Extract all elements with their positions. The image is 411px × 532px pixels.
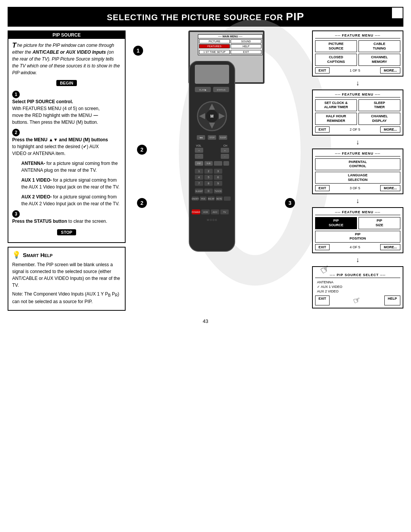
svg-text:CH: CH [223,144,227,147]
pip-option-antenna[interactable]: ANTENNA [317,280,400,284]
svg-text:FLAT▶: FLAT▶ [199,89,206,91]
left-column: PIP SOURCE The picture for the PIP windo… [8,30,126,311]
menu-item-picture-source[interactable]: PICTURESOURCE [315,40,357,52]
svg-text:◀◀: ◀◀ [199,136,202,139]
bulb-icon: 💡 [12,251,21,259]
svg-rect-32 [214,161,222,166]
tv-menu-features: FEATURES [199,44,230,48]
feature-menu-3-grid: PARENTALCONTROL LANGUAGESELECTION [315,158,400,184]
svg-text:PIP: PIP [197,162,201,165]
feature-menu-1-title: ── FEATURE MENU ── [315,34,400,38]
arrow-3: ↓ [312,197,403,204]
svg-text:ACC: ACC [213,211,218,213]
svg-text:M  O  D  E: M O D E [207,219,217,221]
feature-menu-2-more[interactable]: MORE... [380,126,400,133]
smart-help-label: Smart Help [23,252,53,258]
feature-menu-2-exit[interactable]: EXIT [315,126,330,133]
svg-text:SUB: SUB [207,162,211,165]
svg-text:SLEEP: SLEEP [195,190,202,192]
pip-source-select-box: ☞ ── PIP SOURCE SELECT ── ANTENNA AUX 1 … [312,266,403,308]
feature-menu-1-more[interactable]: MORE... [380,67,400,73]
feature-menu-1-page: 1 OF 5 [350,69,360,72]
right-column: ── FEATURE MENU ── PICTURESOURCE CABLETU… [312,30,403,311]
pip-select-exit[interactable]: EXIT [315,296,330,305]
svg-text:STATUS: STATUS [217,89,226,91]
menu-item-pip-size[interactable]: PIPSIZE [358,217,400,229]
arrow-2: ↓ [312,139,403,145]
menu-item-parental[interactable]: PARENTALCONTROL [315,158,400,170]
step-2-text: Press the MENU ▲▼ and MENU (M) buttons t… [12,136,111,157]
svg-text:MUTE: MUTE [217,198,222,200]
smart-help-para-2: Note: The Component Video Inputs (AUX 1 … [12,291,121,305]
svg-text:8: 8 [208,182,209,185]
step-2: 2 Press the MENU ▲▼ and MENU (M) buttons… [12,129,121,157]
tv-menu-sound: SOUND [231,39,261,43]
feature-menu-3: ── FEATURE MENU ── PARENTALCONTROL LANGU… [312,149,403,195]
step-overlay-2a: 2 [137,145,147,155]
feature-menu-4-title: ── FEATURE MENU ── [315,210,400,215]
menu-item-channel-memory[interactable]: CHANNELMEMORY [358,54,400,66]
menu-item-pip-source[interactable]: PIPSOURCE [315,217,357,229]
feature-menu-2: ── FEATURE MENU ── SET CLOCK &ALARM TIME… [312,89,403,136]
svg-text:9: 9 [217,182,219,185]
step-3-text: Press the STATUS button to clear the scr… [12,218,111,225]
feature-menu-3-bottom: EXIT 3 OF 5 MORE... [315,185,400,191]
feature-menu-4-more[interactable]: MORE... [380,244,400,250]
pip-source-select-list: ANTENNA AUX 1 VIDEO AUX 2 VIDEO [315,280,400,294]
svg-rect-1 [195,65,229,84]
feature-menu-3-title: ── FEATURE MENU ── [315,152,400,157]
pip-source-title: PIP SOURCE [8,31,125,39]
pip-option-aux1[interactable]: AUX 1 VIDEO [317,284,400,289]
tv-menu-1sttime: 1 ST TIME SETUP [199,50,230,54]
tv-menu-bottom: 1 ST TIME SETUP EXIT [198,49,262,55]
feature-menu-1-exit[interactable]: EXIT [315,67,330,73]
menu-item-half-hour[interactable]: HALF HOURREMINDER [315,113,357,125]
menu-item-pip-position[interactable]: PIPPOSITION [315,231,400,243]
svg-text:3: 3 [217,170,219,173]
hand-pointer-2: ☞ [352,294,362,306]
arrow-1: ↓ [312,80,403,86]
menu-item-sleep-timer[interactable]: SLEEPTIMER [358,99,400,111]
svg-text:M: M [210,114,213,118]
antenna-info: ANTENNA- for a picture signal coming fro… [21,160,121,174]
svg-text:TV: TV [223,211,226,213]
pip-source-box: PIP SOURCE The picture for the PIP windo… [8,30,126,243]
feature-menu-1-bottom: EXIT 1 OF 5 MORE... [315,67,400,73]
svg-rect-33 [223,161,229,166]
pip-option-aux2[interactable]: AUX 2 VIDEO [317,289,400,294]
feature-menu-4-exit[interactable]: EXIT [315,244,330,250]
svg-text:1: 1 [198,170,200,173]
remote-control: FLAT▶ STATUS M [178,61,246,264]
svg-text:VCR: VCR [203,211,208,213]
svg-text:7: 7 [198,182,200,185]
tv-menu-picture: PICTURE [199,39,230,43]
tv-menu-exit: EXIT [231,50,261,54]
begin-badge: BEGIN [56,80,77,86]
svg-text:POWER: POWER [192,211,201,213]
menu-item-set-clock[interactable]: SET CLOCK &ALARM TIMER [315,99,357,111]
feature-menu-3-page: 3 OF 5 [350,186,360,190]
tv-menu-title: ── MAIN MENU ── [198,35,262,38]
svg-text:+: + [224,149,226,152]
feature-menu-3-more[interactable]: MORE... [380,185,400,191]
menu-item-channel-display[interactable]: CHANNELDISPLAY [358,113,400,125]
feature-menu-4-grid: PIPSOURCE PIPSIZE PIPPOSITION [315,217,400,243]
svg-text:2: 2 [208,170,209,173]
step-2-num: 2 [12,129,20,136]
feature-menu-3-exit[interactable]: EXIT [315,185,330,191]
feature-menu-2-page: 2 OF 5 [350,128,360,131]
smart-help-para-1: Remember. The PIP screen will be blank u… [12,261,121,289]
page-number: 43 [0,315,411,326]
feature-menu-1-grid: PICTURESOURCE CABLETUNING CLOSEDCAPTIONS… [315,40,400,66]
pip-select-help[interactable]: HELP [384,296,400,305]
menu-item-closed-captions[interactable]: CLOSEDCAPTIONS [315,54,357,66]
svg-text:ON/OFF: ON/OFF [192,198,199,200]
step-overlay-3: 3 [285,198,295,208]
svg-text:0: 0 [208,190,209,192]
menu-item-language[interactable]: LANGUAGESELECTION [315,172,400,184]
antenna-info-text: ANTENNA- for a picture signal coming fro… [21,160,120,174]
middle-column: ── MAIN MENU ── PICTURE SOUND FEATURES H… [129,30,308,311]
svg-text:VOL: VOL [196,144,201,147]
menu-item-cable-tuning[interactable]: CABLETUNING [358,40,400,52]
feature-menu-4-bottom: EXIT 4 OF 5 MORE... [315,244,400,250]
